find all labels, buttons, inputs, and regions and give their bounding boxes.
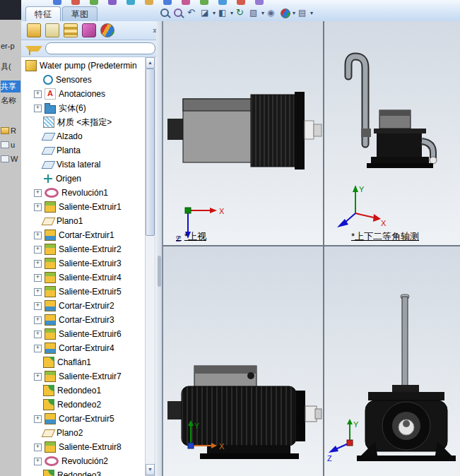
dropdown-caret-icon[interactable]: ▾ (230, 7, 233, 19)
featuremanager-icon[interactable] (27, 23, 41, 37)
tree-item[interactable]: +Saliente-Extruir8 (21, 440, 162, 454)
viewport-front-view[interactable]: Y Z (324, 246, 460, 476)
expand-icon[interactable]: + (34, 444, 42, 451)
dropdown-caret-icon[interactable]: ▾ (293, 7, 295, 19)
tree-item[interactable]: +Cortar-Extruir3 (21, 313, 162, 327)
background-window-item[interactable]: W (1, 153, 20, 165)
tree-item[interactable]: Planta (21, 143, 162, 157)
splitter-grip[interactable] (158, 256, 161, 287)
tree-item[interactable]: +Cortar-Extruir1 (21, 228, 162, 242)
indent-spacer (34, 148, 40, 154)
appearance-icon[interactable] (279, 7, 291, 19)
scroll-down-icon[interactable]: ▼ (146, 464, 155, 475)
viewport-label[interactable]: *上下二等角轴测 (351, 230, 419, 243)
expand-icon[interactable]: + (34, 203, 42, 211)
fillet-icon (43, 385, 54, 396)
tree-item[interactable]: +Revolución1 (21, 186, 162, 200)
expand-icon[interactable]: + (34, 331, 42, 338)
tree-item[interactable]: Plano1 (21, 214, 162, 228)
rotate-view-icon[interactable] (235, 7, 247, 19)
tree-item[interactable]: +Saliente-Extruir5 (21, 285, 162, 299)
zoom-to-area-icon[interactable] (172, 7, 184, 19)
tree-item-label: Sensores (56, 75, 92, 85)
expand-icon[interactable]: + (34, 105, 42, 112)
tree-item[interactable]: Sensores (21, 73, 162, 87)
tab-sketch[interactable]: 草图 (62, 6, 98, 21)
tree-item[interactable]: +Cortar-Extruir4 (21, 341, 162, 355)
expand-icon[interactable]: + (34, 345, 42, 352)
tree-item[interactable]: Vista lateral (21, 157, 162, 172)
scrollbar-thumb[interactable] (146, 69, 155, 236)
background-window-item[interactable]: 名称 (1, 95, 20, 107)
tree-item[interactable]: +Cortar-Extruir5 (21, 412, 162, 426)
appearances-icon[interactable] (100, 23, 114, 37)
expand-icon[interactable]: + (34, 246, 42, 254)
tree-filter-input[interactable] (45, 42, 155, 54)
tree-item[interactable]: +Anotaciones (21, 87, 162, 101)
zoom-to-fit-icon[interactable] (159, 7, 171, 19)
expand-icon[interactable]: + (34, 316, 42, 324)
tree-item[interactable]: +Saliente-Extruir3 (21, 256, 162, 270)
viewport-top-view[interactable]: X Z ∞ *上视 (163, 21, 324, 246)
expand-icon[interactable]: + (34, 373, 42, 381)
expand-icon[interactable]: + (34, 274, 42, 282)
background-window-item[interactable]: R (1, 124, 20, 136)
background-window-item[interactable]: 共享 (1, 81, 20, 93)
tree-item[interactable]: Alzado (21, 129, 162, 143)
indent-spacer (34, 359, 40, 366)
tab-features[interactable]: 特征 (25, 6, 61, 21)
configurationmanager-icon[interactable] (64, 23, 78, 37)
tree-item[interactable]: Redondeo1 (21, 383, 162, 398)
indent-spacer (34, 133, 40, 140)
tree-item[interactable]: +实体(6) (21, 101, 162, 115)
tree-scrollbar[interactable]: ▲ ▼ (145, 56, 155, 476)
dropdown-caret-icon[interactable]: ▾ (261, 7, 264, 19)
dropdown-caret-icon[interactable]: ▾ (310, 7, 313, 19)
tree-item[interactable]: +Revolución2 (21, 454, 162, 468)
tree-item-label: Saliente-Extruir6 (59, 329, 122, 339)
viewport-label[interactable]: ∞ *上视 (176, 230, 206, 243)
tree-item[interactable]: +Saliente-Extruir4 (21, 270, 162, 285)
dimxpert-icon[interactable] (82, 23, 96, 37)
viewport-trimetric-view[interactable]: Y X (163, 246, 324, 476)
view-orientation-icon[interactable] (217, 7, 229, 19)
file-icon (1, 141, 9, 148)
background-window-item[interactable]: er-p (1, 40, 20, 52)
scroll-up-icon[interactable]: ▲ (146, 57, 155, 69)
panel-splitter[interactable] (156, 21, 162, 476)
viewport-dimetric-view[interactable]: Y X *上下二等角轴测 (324, 21, 460, 246)
feature-tree: Water pump (Predetermin Sensores+Anotaci… (21, 57, 162, 476)
expand-icon[interactable]: + (34, 90, 42, 98)
expand-icon[interactable]: + (34, 302, 42, 310)
viewport-label-text: *上下二等角轴测 (351, 230, 419, 243)
tree-root-item[interactable]: Water pump (Predetermin (21, 59, 162, 73)
tree-item[interactable]: +Saliente-Extruir2 (21, 242, 162, 256)
expand-icon[interactable]: + (34, 458, 42, 465)
tree-item[interactable]: +Saliente-Extruir6 (21, 327, 162, 341)
tree-item[interactable]: +Saliente-Extruir1 (21, 200, 162, 214)
hide-show-icon[interactable] (266, 7, 278, 19)
background-window-item[interactable]: 具( (1, 61, 20, 73)
tree-item[interactable]: +Cortar-Extruir2 (21, 299, 162, 313)
expand-icon[interactable]: + (34, 189, 42, 197)
tree-item[interactable]: +Saliente-Extruir7 (21, 369, 162, 383)
dropdown-caret-icon[interactable]: ▾ (213, 7, 216, 19)
tree-item[interactable]: Origen (21, 172, 162, 186)
tree-item[interactable]: Chaflán1 (21, 355, 162, 369)
section-view-icon[interactable] (199, 7, 211, 19)
tree-item-label: Cortar-Extruir1 (59, 230, 114, 240)
previous-view-icon[interactable] (186, 7, 198, 19)
cut-icon (45, 314, 56, 326)
tree-item[interactable]: Redondeo3 (21, 468, 162, 476)
tree-item[interactable]: Plano2 (21, 426, 162, 440)
background-window-item[interactable]: u (1, 138, 20, 150)
scene-icon[interactable] (297, 7, 309, 19)
tree-item[interactable]: Redondeo2 (21, 398, 162, 412)
expand-icon[interactable]: + (34, 288, 42, 296)
expand-icon[interactable]: + (34, 232, 42, 239)
propertymanager-icon[interactable] (45, 23, 59, 37)
tree-item[interactable]: 材质 <未指定> (21, 115, 162, 129)
expand-icon[interactable]: + (34, 260, 42, 268)
expand-icon[interactable]: + (34, 415, 42, 423)
display-style-icon[interactable] (248, 7, 260, 19)
